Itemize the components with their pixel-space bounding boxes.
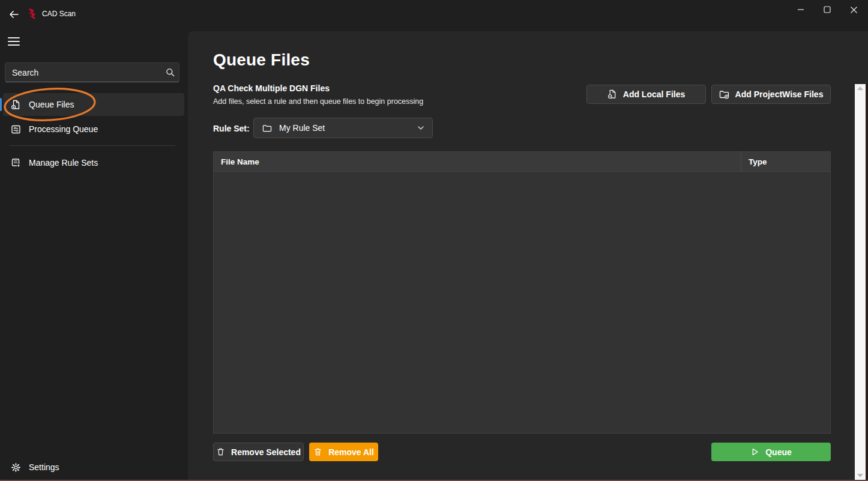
page-title: Queue Files [213,50,310,70]
rule-set-label: Rule Set: [213,124,250,133]
file-queue-table: File Name Type [213,151,831,434]
add-projectwise-files-button[interactable]: Add ProjectWise Files [711,85,831,104]
sidebar-item-manage-rule-sets[interactable]: Manage Rule Sets [3,151,184,174]
window-maximize-button[interactable] [814,0,840,19]
minimize-icon [797,6,804,13]
folder-add-icon [719,89,729,99]
window-close-button[interactable] [840,0,867,19]
back-button[interactable] [4,6,24,23]
window-right-edge [866,84,868,481]
table-body-empty [214,172,830,433]
app-logo-icon [27,8,36,20]
window-minimize-button[interactable] [788,0,814,19]
search-input[interactable] [5,68,161,77]
rule-sets-icon [11,158,21,168]
column-header-file-name: File Name [214,157,741,166]
section-title: QA Check Multiple DGN Files [213,83,330,93]
processing-list-icon [11,124,21,135]
maximize-icon [824,6,831,13]
sidebar-item-settings[interactable]: Settings [3,456,184,479]
button-label: Remove Selected [231,447,301,457]
add-local-files-button[interactable]: Add Local Files [586,85,706,104]
folder-icon [262,124,272,133]
search-icon[interactable] [161,63,179,82]
document-add-icon [607,89,617,99]
column-header-type: Type [741,152,830,171]
app-title: CAD Scan [42,10,76,19]
vertical-scrollbar[interactable] [855,84,866,480]
back-arrow-icon [9,10,19,19]
hamburger-icon [8,37,20,38]
nav-menu-toggle-button[interactable] [5,35,23,48]
trash-icon [216,447,225,456]
rule-set-dropdown[interactable]: My Rule Set [253,118,433,138]
document-add-icon [11,100,21,110]
sidebar-item-queue-files[interactable]: Queue Files [3,93,184,116]
button-label: Remove All [328,447,374,457]
trash-icon [313,447,322,456]
scroll-up-icon[interactable] [857,86,863,90]
button-label: Add Local Files [623,89,685,99]
chevron-down-icon [417,124,425,132]
button-label: Queue [765,447,792,457]
sidebar-divider [10,145,175,146]
selected-indicator [0,98,2,111]
sidebar-item-processing-queue[interactable]: Processing Queue [3,118,184,141]
queue-button[interactable]: Queue [711,443,831,461]
section-description: Add files, select a rule and then queue … [213,97,423,106]
button-label: Add ProjectWise Files [735,89,824,99]
close-icon [850,6,858,14]
sidebar-item-label: Processing Queue [29,124,98,134]
play-icon [750,447,759,456]
table-header-row: File Name Type [214,152,830,172]
sidebar-item-label: Manage Rule Sets [29,158,98,168]
gear-icon [11,462,21,473]
search-box [5,62,179,82]
remove-selected-button[interactable]: Remove Selected [213,443,304,461]
scroll-down-icon[interactable] [857,474,863,477]
sidebar-item-label: Queue Files [29,100,74,109]
rule-set-selected-value: My Rule Set [279,123,409,133]
remove-all-button[interactable]: Remove All [309,443,378,461]
sidebar-item-label: Settings [29,462,59,472]
